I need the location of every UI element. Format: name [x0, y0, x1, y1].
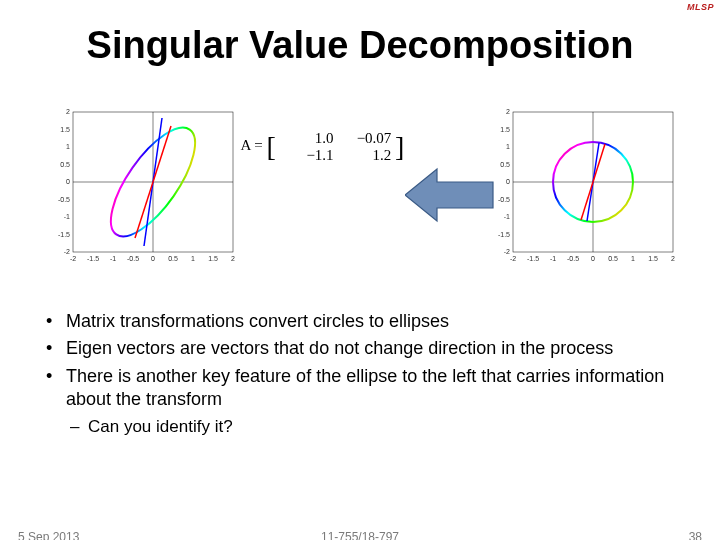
matrix-A: A = [ 1.0 −0.07 −1.1 1.2 ]	[240, 130, 405, 164]
svg-text:2: 2	[231, 255, 235, 262]
bullet-3: There is another key feature of the elli…	[40, 365, 680, 412]
svg-text:-1: -1	[110, 255, 116, 262]
slide-title: Singular Value Decomposition	[0, 24, 720, 67]
svg-text:-0.5: -0.5	[127, 255, 139, 262]
bullet-3a: Can you identify it?	[40, 416, 680, 438]
svg-text:0: 0	[66, 178, 70, 185]
svg-text:-2: -2	[70, 255, 76, 262]
bullet-list: Matrix transformations convert circles t…	[40, 310, 680, 438]
svg-text:-0.5: -0.5	[498, 195, 510, 202]
matrix-label: A =	[241, 137, 263, 153]
svg-text:-2: -2	[504, 248, 510, 255]
svg-text:1: 1	[66, 143, 70, 150]
svg-text:0.5: 0.5	[500, 160, 510, 167]
svg-text:0.5: 0.5	[60, 160, 70, 167]
svg-text:-1.5: -1.5	[498, 230, 510, 237]
svg-text:1.5: 1.5	[208, 255, 218, 262]
svg-text:0: 0	[151, 255, 155, 262]
svg-text:1.5: 1.5	[648, 255, 658, 262]
svg-text:-1: -1	[64, 213, 70, 220]
svg-text:0: 0	[506, 178, 510, 185]
svg-text:1: 1	[631, 255, 635, 262]
svg-marker-26	[405, 169, 493, 221]
arrow-left-icon	[405, 165, 495, 225]
svg-text:2: 2	[66, 108, 70, 115]
logo-mlsp: MLSP	[687, 2, 714, 12]
plot-ellipse: -2-1.5-1-0.500.511.52 -2-1.5-1-0.500.511…	[55, 108, 240, 263]
svg-text:0.5: 0.5	[168, 255, 178, 262]
svg-text:-1: -1	[550, 255, 556, 262]
plot-circle: -2-1.5-1-0.500.511.52-2-1.5-1-0.500.511.…	[495, 108, 680, 263]
svg-text:-2: -2	[64, 248, 70, 255]
svg-text:-0.5: -0.5	[58, 195, 70, 202]
svg-text:-0.5: -0.5	[567, 255, 579, 262]
svg-text:-2: -2	[510, 255, 516, 262]
svg-text:1: 1	[191, 255, 195, 262]
slide: MLSP Singular Value Decomposition -2-1.5…	[0, 0, 720, 540]
svg-text:1.5: 1.5	[60, 125, 70, 132]
svg-text:2: 2	[506, 108, 510, 115]
bullet-2: Eigen vectors are vectors that do not ch…	[40, 337, 680, 360]
svg-text:2: 2	[671, 255, 675, 262]
svg-text:1: 1	[506, 143, 510, 150]
footer-course: 11-755/18-797	[0, 530, 720, 540]
svg-text:-1.5: -1.5	[527, 255, 539, 262]
footer-page: 38	[689, 530, 702, 540]
bullet-1: Matrix transformations convert circles t…	[40, 310, 680, 333]
svg-text:0.5: 0.5	[608, 255, 618, 262]
figure-row: -2-1.5-1-0.500.511.52 -2-1.5-1-0.500.511…	[55, 100, 680, 270]
svg-text:-1: -1	[504, 213, 510, 220]
svg-text:-1.5: -1.5	[87, 255, 99, 262]
svg-text:1.5: 1.5	[500, 125, 510, 132]
svg-text:-1.5: -1.5	[58, 230, 70, 237]
svg-text:0: 0	[591, 255, 595, 262]
